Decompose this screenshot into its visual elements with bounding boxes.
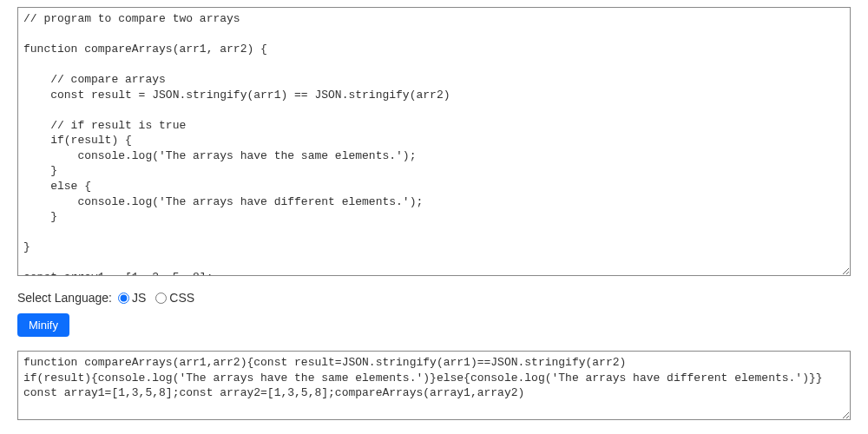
radio-js[interactable]: [118, 293, 129, 304]
radio-css-label: CSS: [169, 291, 194, 305]
language-option-css[interactable]: CSS: [155, 291, 194, 305]
radio-css[interactable]: [155, 293, 167, 304]
language-option-js[interactable]: JS: [118, 291, 146, 305]
radio-js-label: JS: [132, 291, 146, 305]
language-selector-row: Select Language: JS CSS: [17, 291, 851, 305]
language-label: Select Language:: [17, 291, 112, 305]
minify-button[interactable]: Minify: [17, 313, 69, 337]
minified-output[interactable]: [17, 351, 851, 420]
source-code-input[interactable]: [17, 7, 851, 276]
